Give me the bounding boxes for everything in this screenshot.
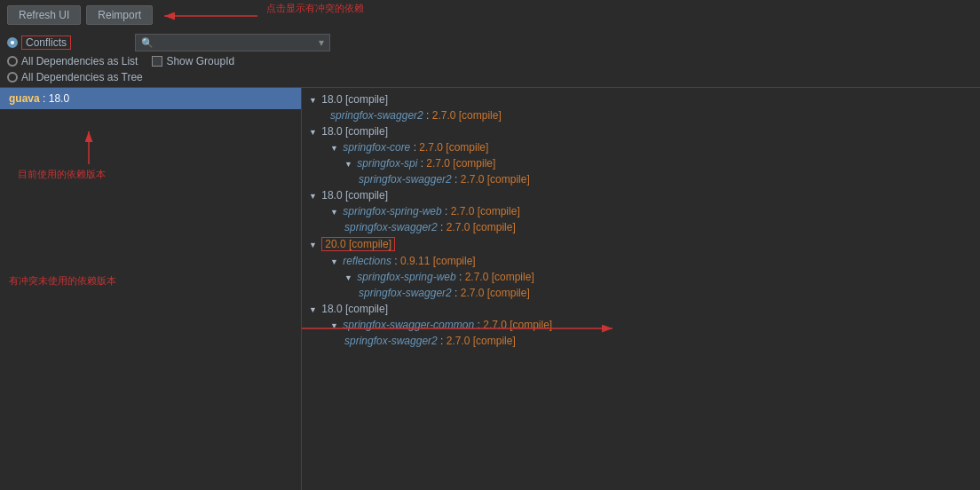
tree-item: ▼ reflections : 0.9.11 [compile] (302, 253, 980, 269)
tree-item: springfox-swagger2 : 2.7.0 [compile] (302, 285, 980, 301)
tree-item: ▼ springfox-spring-web : 2.7.0 [compile] (302, 203, 980, 219)
dep-version: 2.7.0 [compile] (461, 173, 530, 186)
toolbar: Refresh UI Reimport 点击显示有冲突的依赖 (0, 0, 980, 30)
all-deps-tree-radio[interactable]: All Dependencies as Tree (7, 71, 973, 83)
dep-version: 0.9.11 [compile] (400, 255, 476, 267)
all-deps-tree-indicator (7, 72, 18, 83)
dep-version: 2.7.0 [compile] (426, 157, 495, 170)
dep-name: springfox-swagger-common (343, 319, 474, 331)
dep-name: springfox-spring-web (343, 205, 441, 217)
tree-item: ▼ springfox-spi : 2.7.0 [compile] (302, 155, 980, 171)
dep-version: 2.7.0 [compile] (483, 319, 552, 331)
item-label: 18.0 [compile] (321, 303, 388, 315)
search-icon: 🔍 (141, 37, 154, 49)
dep-name: springfox-spring-web (357, 271, 455, 283)
conflicts-radio[interactable]: Conflicts (7, 36, 71, 50)
all-deps-tree-label: All Dependencies as Tree (21, 71, 143, 83)
triangle-icon: ▼ (330, 257, 338, 266)
reimport-button[interactable]: Reimport (86, 5, 153, 25)
tree-item: springfox-swagger2 : 2.7.0 [compile] (302, 107, 980, 123)
dep-version: 2.7.0 [compile] (451, 205, 520, 217)
conflicts-label: Conflicts (21, 36, 71, 50)
refresh-ui-button[interactable]: Refresh UI (7, 5, 81, 25)
tree-item: ▼ 18.0 [compile] (302, 301, 980, 317)
top-annotation: 点击显示有冲突的依赖 (266, 2, 364, 15)
highlighted-version: 20.0 [compile] (321, 237, 395, 251)
main-content: guava : 18.0 目前使用的依赖版本 有冲突未使用的依赖版本 ▼ 18.… (0, 87, 980, 490)
search-input[interactable] (157, 36, 315, 49)
dep-version: 18.0 (49, 92, 69, 105)
tree-item: springfox-swagger2 : 2.7.0 [compile] (302, 171, 980, 187)
conflicts-radio-indicator (7, 37, 18, 48)
tree-item: ▼ springfox-spring-web : 2.7.0 [compile] (302, 269, 980, 285)
dep-version: 2.7.0 [compile] (465, 271, 534, 283)
all-deps-list-label: All Dependencies as List (21, 55, 138, 67)
dep-version: 2.7.0 [compile] (419, 141, 488, 154)
triangle-icon: ▼ (309, 128, 317, 137)
dep-version: 2.7.0 [compile] (432, 109, 502, 122)
tree-item: ▼ 18.0 [compile] (302, 187, 980, 203)
dropdown-icon[interactable]: ▾ (319, 36, 324, 49)
dep-name: springfox-swagger2 (359, 173, 452, 186)
left-panel: guava : 18.0 目前使用的依赖版本 有冲突未使用的依赖版本 (0, 88, 302, 490)
triangle-icon: ▼ (309, 241, 317, 249)
triangle-icon: ▼ (330, 144, 338, 153)
item-label: 18.0 [compile] (321, 189, 388, 202)
dep-name: springfox-swagger2 (330, 109, 423, 122)
conflict-version-annotation: 有冲突未使用的依赖版本 (9, 274, 116, 288)
dep-name: springfox-core (343, 141, 410, 154)
tree-item: springfox-swagger2 : 2.7.0 [compile] (302, 333, 980, 349)
dep-name: springfox-swagger2 (359, 287, 452, 299)
search-container: 🔍 ▾ (135, 34, 330, 51)
all-deps-list-indicator (7, 56, 18, 67)
item-label: 18.0 [compile] (321, 125, 388, 138)
dep-version: 2.7.0 [compile] (461, 287, 530, 299)
show-groupid-box (152, 56, 162, 67)
item-label: 18.0 [compile] (321, 93, 388, 106)
tree-item: ▼ springfox-core : 2.7.0 [compile] (302, 139, 980, 155)
dep-name: springfox-spi (357, 157, 417, 170)
dep-name: springfox-swagger2 (344, 335, 438, 347)
dep-name: springfox-swagger2 (344, 221, 438, 233)
current-version-annotation: 目前使用的依赖版本 (18, 168, 106, 181)
tree-item: springfox-swagger2 : 2.7.0 [compile] (302, 219, 980, 235)
triangle-icon: ▼ (330, 208, 338, 217)
dep-key: guava (9, 92, 40, 105)
dep-version: 2.7.0 [compile] (447, 335, 516, 347)
triangle-icon: ▼ (309, 96, 317, 105)
triangle-icon: ▼ (344, 273, 352, 282)
show-groupid-checkbox[interactable]: Show GroupId (152, 55, 234, 67)
right-panel: ▼ 18.0 [compile] springfox-swagger2 : 2.… (302, 88, 980, 490)
triangle-icon: ▼ (309, 305, 317, 314)
dep-name: reflections (343, 255, 391, 267)
triangle-icon: ▼ (330, 321, 338, 330)
dep-version: 2.7.0 [compile] (447, 221, 516, 233)
tree-item: ▼ 18.0 [compile] (302, 91, 980, 107)
list-item[interactable]: guava : 18.0 (0, 88, 301, 109)
all-deps-list-radio[interactable]: All Dependencies as List (7, 55, 138, 67)
tree-item: ▼ 18.0 [compile] (302, 123, 980, 139)
tree-item: ▼ springfox-swagger-common : 2.7.0 [comp… (302, 317, 980, 333)
triangle-icon: ▼ (309, 192, 317, 201)
triangle-icon: ▼ (344, 160, 352, 169)
show-groupid-label: Show GroupId (166, 55, 234, 67)
tree-item-highlighted: ▼ 20.0 [compile] (302, 235, 980, 253)
